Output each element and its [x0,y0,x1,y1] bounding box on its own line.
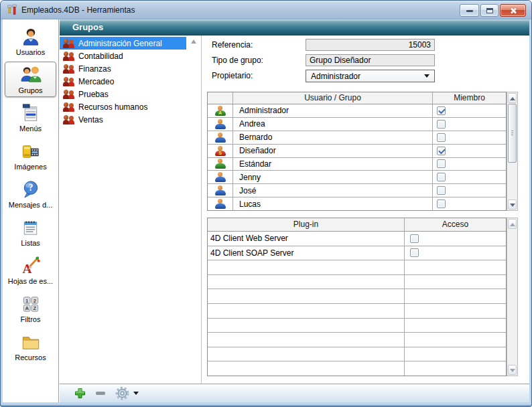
member-checkbox[interactable] [437,186,446,195]
user-icon [214,133,226,143]
group-list-item[interactable]: Pruebas [60,88,186,100]
svg-text:A: A [22,262,31,276]
plugins-table-header: Plug-in Acceso [208,218,506,232]
access-checkbox[interactable] [410,248,419,257]
sidebar-item-listas[interactable]: Listas [5,214,56,250]
user-row[interactable]: Diseñador [208,145,506,158]
close-button[interactable] [500,4,526,17]
group-label: Ventas [78,115,103,125]
sidebar-item-hojas[interactable]: A Hojas de es... [5,252,56,288]
user-icon [214,159,226,169]
plugins-scrollbar[interactable] [507,218,518,376]
group-list-item[interactable]: Administración General [60,37,186,50]
user-row[interactable]: Lucas [208,197,506,210]
sidebar-item-imagenes[interactable]: Imágenes [5,138,56,173]
miembro-column-header: Miembro [433,92,506,104]
scroll-down-button[interactable] [508,199,517,210]
group-list-item[interactable]: Mercadeo [60,75,186,88]
user-name: Lucas [233,197,433,210]
plugins-table: Plug-in Acceso 4D Client Web Server 4D C… [207,218,507,376]
maximize-button[interactable] [480,4,498,17]
group-label: Mercadeo [78,77,114,86]
chevron-down-icon [424,74,429,78]
group-label: Finanzas [78,64,111,74]
user-name: Andrea [233,118,433,131]
user-icon [214,185,226,195]
group-icon [63,64,74,74]
member-checkbox[interactable] [437,199,446,208]
group-icon [63,77,74,86]
scroll-up-button[interactable] [508,219,517,229]
titlebar[interactable]: Empleados.4DB - Herramientas [1,1,531,19]
empty-row [208,260,506,275]
user-row[interactable]: Administrador [208,104,506,118]
user-name: Bernardo [233,131,433,144]
group-label: Contabilidad [78,52,123,61]
sidebar-item-usuarios[interactable]: Usuarios [5,23,56,59]
member-checkbox[interactable] [437,159,446,168]
recursos-folder-icon [19,332,42,353]
user-row[interactable]: José [208,184,506,197]
scroll-down-button[interactable] [508,365,517,375]
user-row[interactable]: Bernardo [208,131,506,145]
member-checkbox[interactable] [437,133,446,142]
sidebar-item-label: Imágenes [14,163,46,171]
user-name: Diseñador [233,145,433,157]
user-name: Administrador [233,104,433,117]
sidebar-item-label: Recursos [15,353,46,361]
user-row[interactable]: Andrea [208,118,506,131]
member-checkbox[interactable] [437,106,446,115]
remove-group-button[interactable] [96,392,105,395]
group-icon [63,90,74,99]
sidebar-item-menus[interactable]: Menús [5,100,56,135]
scroll-up-button[interactable] [508,93,517,103]
member-checkbox[interactable] [437,147,446,155]
scroll-up-icon[interactable] [190,38,198,45]
hojas-de-estilo-icon: A [19,256,42,276]
svg-text:Z: Z [33,305,36,311]
app-frame: Usuarios Grupos [3,19,529,402]
user-row[interactable]: Estándar [208,158,506,171]
settings-menu-button[interactable] [115,386,139,400]
users-scrollbar[interactable] [507,92,518,211]
add-group-button[interactable] [74,388,86,399]
group-list-item[interactable]: Contabilidad [60,50,186,62]
propietario-dropdown[interactable]: Administrador [306,70,435,82]
sidebar-item-mensajes[interactable]: ? Mensajes d... [5,176,56,212]
maximize-icon [486,8,493,13]
usuario-grupo-column-header: Usuario / Grupo [233,92,433,104]
access-checkbox[interactable] [410,234,419,243]
icon-column-header [208,92,233,104]
scrollbar-thumb[interactable] [508,104,517,163]
minimize-icon [466,10,473,12]
sidebar-item-recursos[interactable]: Recursos [5,329,56,364]
group-detail: Referencia: 15003 Tipo de grupo: Grupo D… [202,35,529,384]
mensajes-icon: ? [19,179,42,200]
propietario-value: Administrador [311,72,360,81]
plugin-row[interactable]: 4D Client SOAP Server [208,246,506,261]
empty-row [208,289,506,304]
empty-row [208,361,506,376]
user-name: Jenny [233,171,433,183]
member-checkbox[interactable] [437,173,446,181]
sidebar-item-label: Grupos [18,86,42,94]
member-checkbox[interactable] [437,120,446,129]
group-icon [63,39,74,48]
group-label: Administración General [78,39,162,48]
group-list-item[interactable]: Ventas [60,113,186,126]
user-name: Estándar [233,158,433,171]
group-list-item[interactable]: Finanzas [60,62,186,75]
sidebar-item-filtros[interactable]: 12AZ Filtros [5,291,56,326]
sidebar-item-grupos[interactable]: Grupos [5,62,56,97]
empty-row [208,333,506,347]
propietario-label: Propietario: [212,71,253,80]
group-list-item[interactable]: Recursos humanos [60,100,186,113]
sidebar-item-label: Usuarios [16,48,45,56]
plugin-row[interactable]: 4D Client Web Server [208,232,506,246]
empty-row [208,275,506,290]
bottom-toolbar [60,384,529,402]
minimize-button[interactable] [460,4,479,17]
filtros-icon: 12AZ [19,294,42,315]
user-row[interactable]: Jenny [208,171,506,184]
group-label: Recursos humanos [78,102,147,112]
